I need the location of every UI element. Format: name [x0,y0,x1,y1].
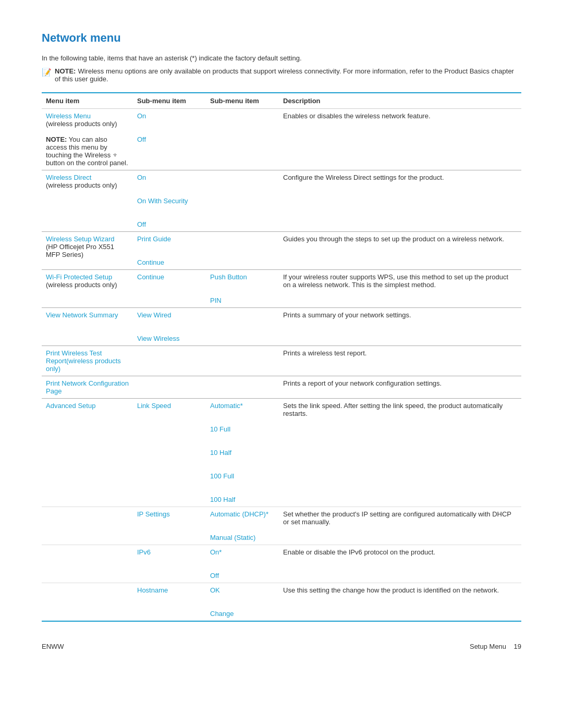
desc-text: Set whether the product's IP setting are… [283,510,511,526]
table-cell-sub1: OnOff [133,109,206,170]
page-title: Network menu [42,31,521,45]
menu-item-link: Print Wireless Test Report(wireless prod… [46,349,121,373]
note-text: Wireless menu options are only available… [55,67,514,83]
desc-text: Prints a report of your network configur… [283,379,442,387]
table-row: IP SettingsAutomatic (DHCP)*Manual (Stat… [42,507,521,545]
table-cell-link: View Wireless [137,335,179,342]
footer-right: Setup Menu 19 [470,643,521,650]
table-cell-desc: Configure the Wireless Direct settings f… [279,170,521,232]
table-cell-link: IP Settings [137,510,170,518]
table-cell-desc: Guides you through the steps to set up t… [279,232,521,270]
table-cell-sub1: IP Settings [133,507,206,545]
desc-text: Use this setting the change how the prod… [283,586,499,594]
col-header-desc: Description [279,93,521,109]
table-row: View Network SummaryView WiredView Wirel… [42,308,521,346]
table-cell-menu [42,583,133,622]
table-cell-link: Automatic* [210,402,243,410]
table-cell-desc: Sets the link speed. After setting the l… [279,399,521,507]
col-header-sub1: Sub-menu item [133,93,206,109]
table-cell-desc: Enable or disable the IPv6 protocol on t… [279,545,521,583]
table-cell-sub2 [206,346,279,376]
table-cell-menu [42,545,133,583]
table-cell-desc: Prints a summary of your network setting… [279,308,521,346]
table-cell-sub2: Automatic (DHCP)*Manual (Static) [206,507,279,545]
table-cell-desc: Prints a wireless test report. [279,346,521,376]
table-cell-desc: Use this setting the change how the prod… [279,583,521,622]
menu-item-link: Print Network Configuration Page [46,379,129,395]
table-cell-desc: Prints a report of your network configur… [279,376,521,399]
table-cell-link: 100 Half [210,496,235,503]
table-cell-link: Off [137,135,146,143]
table-cell-link: Link Speed [137,402,171,410]
table-cell-link: Off [137,220,146,228]
table-cell-link: 100 Full [210,472,234,480]
table-cell-link: 10 Half [210,449,231,456]
menu-item-link: Wireless Menu [46,112,91,120]
table-cell-link: Print Guide [137,235,171,243]
table-cell-sub2 [206,308,279,346]
col-header-sub2: Sub-menu item [206,93,279,109]
table-cell-link: On [137,112,146,120]
menu-item-link: Wireless Setup Wizard [46,235,114,243]
table-cell-menu: Print Wireless Test Report(wireless prod… [42,346,133,376]
note-icon: 📝 [42,68,52,77]
col-header-menu-item: Menu item [42,93,133,109]
table-cell-link: OK [210,586,220,594]
footer-left: ENWW [42,643,64,650]
table-cell-sub2: Automatic*10 Full10 Half100 Full100 Half [206,399,279,507]
table-cell-sub1 [133,346,206,376]
table-cell-sub1: Continue [133,270,206,308]
table-cell-desc: Enables or disables the wireless network… [279,109,521,170]
menu-item-link: Advanced Setup [46,402,95,410]
table-cell-link: 10 Full [210,425,230,433]
table-row: HostnameOKChangeUse this setting the cha… [42,583,521,622]
table-cell-sub2 [206,376,279,399]
table-cell-menu: Wi-Fi Protected Setup(wireless products … [42,270,133,308]
table-cell-menu: View Network Summary [42,308,133,346]
note-box: 📝 NOTE:Wireless menu options are only av… [42,67,521,83]
menu-note: NOTE: [46,135,67,143]
table-cell-sub2 [206,232,279,270]
table-cell-sub2: OKChange [206,583,279,622]
table-cell-sub1: OnOn With SecurityOff [133,170,206,232]
table-row: Print Network Configuration PagePrints a… [42,376,521,399]
desc-text: Prints a summary of your network setting… [283,311,411,319]
table-row: Wireless Menu(wireless products only)NOT… [42,109,521,170]
table-row: IPv6On*OffEnable or disable the IPv6 pro… [42,545,521,583]
table-cell-desc: If your wireless router supports WPS, us… [279,270,521,308]
table-cell-sub1: View WiredView Wireless [133,308,206,346]
menu-item-sub: (wireless products only) [46,281,117,289]
table-cell-menu: Wireless Direct(wireless products only) [42,170,133,232]
table-cell-link: Push Button [210,273,247,281]
menu-item-link: Wi-Fi Protected Setup [46,273,112,281]
desc-text: Sets the link speed. After setting the l… [283,402,503,417]
desc-text: Configure the Wireless Direct settings f… [283,174,444,181]
table-cell-menu: Wireless Setup Wizard(HP Officejet Pro X… [42,232,133,270]
table-cell-sub2: Push ButtonPIN [206,270,279,308]
table-cell-sub1: Print GuideContinue [133,232,206,270]
table-cell-sub2 [206,109,279,170]
table-cell-link: On With Security [137,197,188,205]
intro-text: In the following table, items that have … [42,54,521,62]
table-cell-link: View Wired [137,311,172,319]
desc-text: If your wireless router supports WPS, us… [283,273,508,289]
table-cell-link: Change [210,610,234,618]
table-row: Wireless Setup Wizard(HP Officejet Pro X… [42,232,521,270]
table-cell-sub2 [206,170,279,232]
table-row: Wireless Direct(wireless products only)O… [42,170,521,232]
table-cell-menu [42,507,133,545]
table-row: Advanced SetupLink SpeedAutomatic*10 Ful… [42,399,521,507]
table-cell-menu: Advanced Setup [42,399,133,507]
menu-item-link: Wireless Direct [46,174,91,181]
menu-item-link: View Network Summary [46,311,118,319]
table-header-row: Menu item Sub-menu item Sub-menu item De… [42,93,521,109]
menu-item-sub: (HP Officejet Pro X551 MFP Series) [46,243,114,258]
table-cell-sub1: IPv6 [133,545,206,583]
table-cell-link: Continue [137,258,164,266]
table-cell-link: Automatic (DHCP)* [210,510,268,518]
desc-text: Prints a wireless test report. [283,349,366,357]
table-cell-sub1 [133,376,206,399]
table-row: Print Wireless Test Report(wireless prod… [42,346,521,376]
table-row: Wi-Fi Protected Setup(wireless products … [42,270,521,308]
table-cell-link: Off [210,572,219,579]
